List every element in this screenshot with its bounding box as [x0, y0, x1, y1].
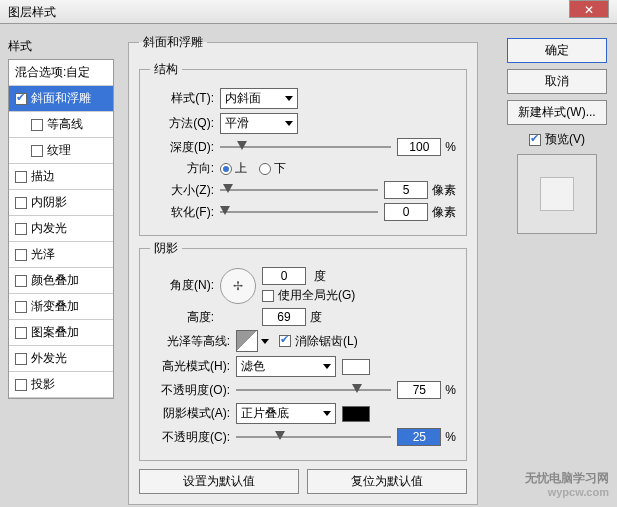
- highlight-opacity-input[interactable]: 75: [397, 381, 441, 399]
- opacity-unit: %: [445, 383, 456, 397]
- style-innerglow[interactable]: 内发光: [9, 216, 113, 242]
- dropdown-icon: [323, 411, 331, 416]
- checkbox-icon[interactable]: [15, 301, 27, 313]
- size-input[interactable]: 5: [384, 181, 428, 199]
- size-slider[interactable]: [220, 183, 378, 197]
- dropdown-icon: [323, 364, 331, 369]
- dropdown-icon: [285, 121, 293, 126]
- shadow-color-swatch[interactable]: [342, 406, 370, 422]
- checkbox-icon[interactable]: [15, 327, 27, 339]
- dropdown-icon[interactable]: [261, 339, 269, 344]
- style-gradientoverlay[interactable]: 渐变叠加: [9, 294, 113, 320]
- bevel-group: 斜面和浮雕 结构 样式(T): 内斜面 方法(Q): 平滑 深度(D): 100…: [128, 34, 478, 505]
- shadow-mode-select[interactable]: 正片叠底: [236, 403, 336, 424]
- direction-label: 方向:: [150, 160, 214, 177]
- depth-label: 深度(D):: [150, 139, 214, 156]
- checkbox-icon[interactable]: [15, 353, 27, 365]
- style-outerglow[interactable]: 外发光: [9, 346, 113, 372]
- style-dropshadow[interactable]: 投影: [9, 372, 113, 398]
- cancel-button[interactable]: 取消: [507, 69, 607, 94]
- close-button[interactable]: ✕: [569, 0, 609, 18]
- watermark: 无忧电脑学习网 wypcw.com: [525, 471, 609, 499]
- altitude-unit: 度: [310, 309, 322, 326]
- checkbox-icon[interactable]: [31, 145, 43, 157]
- opacity-unit: %: [445, 430, 456, 444]
- direction-up-radio[interactable]: 上: [220, 160, 247, 177]
- angle-label: 角度(N):: [150, 277, 214, 294]
- style-stroke[interactable]: 描边: [9, 164, 113, 190]
- ok-button[interactable]: 确定: [507, 38, 607, 63]
- checkbox-icon[interactable]: [15, 223, 27, 235]
- structure-group: 结构 样式(T): 内斜面 方法(Q): 平滑 深度(D): 100 % 方向:…: [139, 61, 467, 236]
- highlight-mode-label: 高光模式(H):: [150, 358, 230, 375]
- altitude-input[interactable]: 69: [262, 308, 306, 326]
- soften-unit: 像素: [432, 204, 456, 221]
- direction-down-radio[interactable]: 下: [259, 160, 286, 177]
- new-style-button[interactable]: 新建样式(W)...: [507, 100, 607, 125]
- checkbox-icon[interactable]: [15, 93, 27, 105]
- highlight-opacity-slider[interactable]: [236, 383, 391, 397]
- shading-legend: 阴影: [150, 240, 182, 257]
- checkbox-icon[interactable]: [15, 171, 27, 183]
- technique-label: 方法(Q):: [150, 115, 214, 132]
- size-label: 大小(Z):: [150, 182, 214, 199]
- technique-select[interactable]: 平滑: [220, 113, 298, 134]
- crosshair-icon: ✢: [233, 279, 243, 293]
- checkbox-icon[interactable]: [31, 119, 43, 131]
- highlight-color-swatch[interactable]: [342, 359, 370, 375]
- highlight-opacity-label: 不透明度(O):: [150, 382, 230, 399]
- style-label: 样式(T):: [150, 90, 214, 107]
- structure-legend: 结构: [150, 61, 182, 78]
- make-default-button[interactable]: 设置为默认值: [139, 469, 299, 494]
- settings-panel: 斜面和浮雕 结构 样式(T): 内斜面 方法(Q): 平滑 深度(D): 100…: [128, 30, 478, 507]
- preview-checkbox[interactable]: 预览(V): [507, 131, 607, 148]
- style-bevel[interactable]: 斜面和浮雕: [9, 86, 113, 112]
- checkbox-icon: [279, 335, 291, 347]
- shading-group: 阴影 角度(N): ✢ 0 度 使用全局光(G) 高度: 69 度 光泽等高线:: [139, 240, 467, 461]
- altitude-label: 高度:: [150, 309, 214, 326]
- shadow-opacity-slider[interactable]: [236, 430, 391, 444]
- shadow-mode-label: 阴影模式(A):: [150, 405, 230, 422]
- radio-on-icon: [220, 163, 232, 175]
- styles-heading: 样式: [8, 38, 114, 55]
- checkbox-icon[interactable]: [15, 249, 27, 261]
- bevel-legend: 斜面和浮雕: [139, 34, 207, 51]
- size-unit: 像素: [432, 182, 456, 199]
- window-title: 图层样式: [8, 5, 56, 19]
- checkbox-icon: [529, 134, 541, 146]
- gloss-contour-picker[interactable]: [236, 330, 258, 352]
- checkbox-icon[interactable]: [15, 197, 27, 209]
- blend-options-row[interactable]: 混合选项:自定: [9, 60, 113, 86]
- style-select[interactable]: 内斜面: [220, 88, 298, 109]
- checkbox-icon[interactable]: [15, 379, 27, 391]
- reset-default-button[interactable]: 复位为默认值: [307, 469, 467, 494]
- style-satin[interactable]: 光泽: [9, 242, 113, 268]
- checkbox-icon: [262, 290, 274, 302]
- highlight-mode-select[interactable]: 滤色: [236, 356, 336, 377]
- preview-box: [517, 154, 597, 234]
- dialog-buttons: 确定 取消 新建样式(W)... 预览(V): [507, 38, 607, 240]
- style-texture[interactable]: 纹理: [9, 138, 113, 164]
- depth-slider[interactable]: [220, 140, 391, 154]
- depth-input[interactable]: 100: [397, 138, 441, 156]
- styles-panel: 样式 混合选项:自定 斜面和浮雕 等高线 纹理 描边 内阴影 内发光 光泽 颜色…: [8, 38, 114, 399]
- depth-unit: %: [445, 140, 456, 154]
- style-coloroverlay[interactable]: 颜色叠加: [9, 268, 113, 294]
- angle-dial[interactable]: ✢: [220, 268, 256, 304]
- global-light-checkbox[interactable]: 使用全局光(G): [262, 287, 355, 304]
- gloss-label: 光泽等高线:: [150, 333, 230, 350]
- style-patternoverlay[interactable]: 图案叠加: [9, 320, 113, 346]
- antialias-checkbox[interactable]: 消除锯齿(L): [279, 333, 358, 350]
- style-contour[interactable]: 等高线: [9, 112, 113, 138]
- shadow-opacity-label: 不透明度(C):: [150, 429, 230, 446]
- soften-label: 软化(F):: [150, 204, 214, 221]
- style-innershadow[interactable]: 内阴影: [9, 190, 113, 216]
- soften-slider[interactable]: [220, 205, 378, 219]
- style-list: 混合选项:自定 斜面和浮雕 等高线 纹理 描边 内阴影 内发光 光泽 颜色叠加 …: [8, 59, 114, 399]
- checkbox-icon[interactable]: [15, 275, 27, 287]
- angle-unit: 度: [314, 268, 326, 285]
- soften-input[interactable]: 0: [384, 203, 428, 221]
- angle-input[interactable]: 0: [262, 267, 306, 285]
- radio-off-icon: [259, 163, 271, 175]
- shadow-opacity-input[interactable]: 25: [397, 428, 441, 446]
